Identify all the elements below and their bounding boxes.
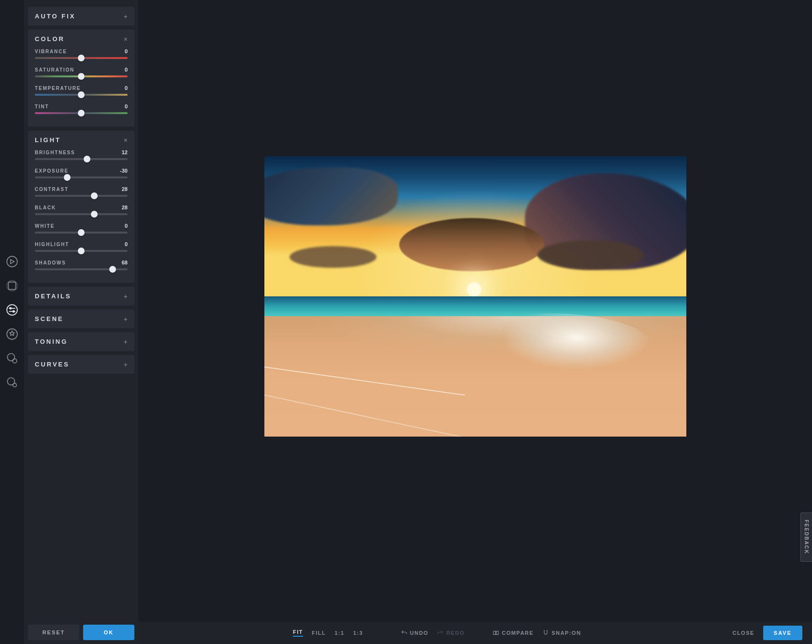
panel-title: SCENE (35, 315, 64, 322)
slider-name: BLACK (35, 205, 56, 210)
slider-name: CONTRAST (35, 187, 69, 192)
undo-button[interactable]: UNDO (401, 629, 428, 636)
slider-track[interactable] (35, 94, 128, 96)
bottom-toolbar: FIT FILL 1:1 1:3 UNDO REDO COMPARE (138, 622, 812, 644)
slider-value: 0 (125, 223, 128, 229)
cursor-tool-icon[interactable] (5, 255, 19, 268)
slider-thumb[interactable] (84, 156, 90, 162)
slider-track[interactable] (35, 57, 128, 59)
snap-toggle[interactable]: SNAP:ON (542, 629, 581, 636)
slider-thumb[interactable] (78, 229, 85, 236)
sidebar-footer: RESET OK (28, 621, 134, 640)
redo-button: REDO (437, 629, 464, 636)
adjust-tool-icon[interactable] (5, 303, 19, 317)
slider-name: SHADOWS (35, 260, 66, 265)
plus-icon: + (124, 293, 128, 300)
snap-label: SNAP:ON (551, 630, 581, 636)
slider-track[interactable] (35, 176, 128, 178)
compare-label: COMPARE (502, 630, 534, 636)
zoom-1-1[interactable]: 1:1 (334, 630, 344, 636)
save-button[interactable]: SAVE (763, 626, 802, 640)
slider-name: VIBRANCE (35, 49, 67, 54)
plus-icon: + (124, 361, 128, 368)
panel-curves: CURVES + (28, 355, 134, 374)
reset-button[interactable]: RESET (28, 625, 79, 640)
slider-thumb[interactable] (78, 248, 85, 254)
slider-thumb[interactable] (78, 110, 85, 117)
panel-title: DETAILS (35, 293, 72, 300)
plus-icon: + (124, 13, 128, 20)
panel-scene: SCENE + (28, 309, 134, 328)
slider-value: 0 (125, 241, 128, 247)
zoom-1-3[interactable]: 1:3 (353, 630, 363, 636)
svg-rect-14 (496, 631, 499, 635)
slider-track[interactable] (35, 232, 128, 234)
slider-thumb[interactable] (91, 211, 98, 218)
slider-track[interactable] (35, 268, 128, 270)
photo-preview[interactable] (264, 156, 686, 437)
panel-header-light[interactable]: LIGHT × (28, 131, 134, 149)
slider-thumb[interactable] (78, 91, 85, 98)
panel-toning: TONING + (28, 332, 134, 351)
color-slider-saturation: SATURATION0 (35, 67, 128, 77)
panel-title: CURVES (35, 361, 70, 368)
panel-header-scene[interactable]: SCENE + (28, 309, 134, 328)
slider-name: SATURATION (35, 67, 74, 73)
shapes-tool-icon[interactable] (5, 351, 19, 365)
slider-name: EXPOSURE (35, 168, 69, 174)
zoom-fill[interactable]: FILL (312, 630, 326, 636)
close-button[interactable]: CLOSE (732, 630, 754, 636)
undo-icon (401, 629, 407, 636)
panel-header-color[interactable]: COLOR × (28, 29, 134, 48)
slider-value: 68 (122, 260, 128, 265)
svg-point-0 (7, 256, 17, 267)
slider-track[interactable] (35, 112, 128, 114)
zoom-fit[interactable]: FIT (293, 629, 303, 637)
redo-label: REDO (446, 630, 464, 636)
light-slider-exposure: EXPOSURE-30 (35, 168, 128, 178)
slider-track[interactable] (35, 158, 128, 160)
slider-name: BRIGHTNESS (35, 150, 75, 155)
compare-button[interactable]: COMPARE (493, 629, 534, 636)
svg-point-7 (13, 311, 14, 312)
light-slider-black: BLACK28 (35, 205, 128, 215)
slider-track[interactable] (35, 250, 128, 252)
slider-name: TEMPERATURE (35, 86, 81, 91)
slider-track[interactable] (35, 75, 128, 77)
panel-header-details[interactable]: DETAILS + (28, 287, 134, 306)
panel-header-autofix[interactable]: AUTO FIX + (28, 7, 134, 26)
svg-point-3 (7, 305, 17, 315)
slider-thumb[interactable] (109, 266, 116, 273)
slider-value: 0 (125, 103, 128, 109)
slider-thumb[interactable] (78, 55, 85, 61)
slider-value: 28 (122, 186, 128, 192)
slider-thumb[interactable] (64, 174, 71, 181)
slider-thumb[interactable] (78, 73, 85, 80)
feedback-tab[interactable]: FEEDBACK (800, 512, 812, 562)
panel-header-curves[interactable]: CURVES + (28, 355, 134, 374)
panel-title: TONING (35, 338, 68, 345)
undo-label: UNDO (410, 630, 428, 636)
close-icon: × (124, 137, 128, 144)
compare-icon (493, 629, 499, 636)
svg-rect-1 (8, 282, 15, 289)
light-slider-white: WHITE0 (35, 223, 128, 234)
slider-track[interactable] (35, 213, 128, 215)
color-slider-vibrance: VIBRANCE0 (35, 48, 128, 59)
draw-tool-icon[interactable] (5, 376, 19, 389)
crop-tool-icon[interactable] (5, 279, 19, 293)
svg-rect-13 (493, 631, 496, 635)
panel-title: COLOR (35, 35, 65, 43)
slider-thumb[interactable] (91, 192, 98, 199)
panel-color: COLOR × VIBRANCE0SATURATION0TEMPERATURE0… (28, 29, 134, 127)
color-slider-tint: TINT0 (35, 103, 128, 114)
slider-value: 12 (122, 149, 128, 155)
ok-button[interactable]: OK (83, 625, 134, 640)
panel-details: DETAILS + (28, 287, 134, 306)
panel-header-toning[interactable]: TONING + (28, 332, 134, 351)
plus-icon: + (124, 316, 128, 322)
effects-tool-icon[interactable] (5, 327, 19, 341)
slider-track[interactable] (35, 195, 128, 197)
color-slider-temperature: TEMPERATURE0 (35, 85, 128, 96)
canvas-area: FIT FILL 1:1 1:3 UNDO REDO COMPARE (138, 0, 812, 644)
